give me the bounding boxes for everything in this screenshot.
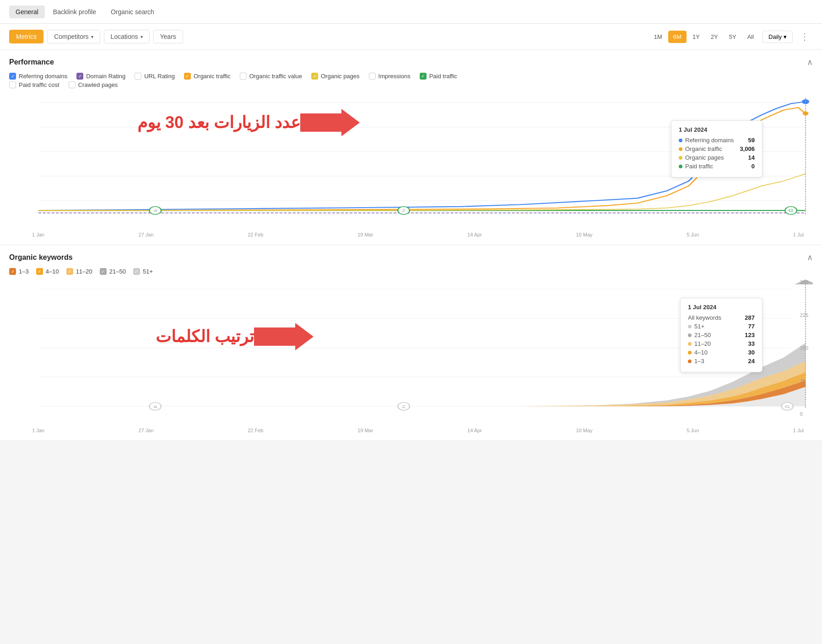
kw-val-51: 77 [748, 323, 755, 330]
tooltip-val-organic-traffic: 3,006 [740, 145, 755, 152]
time-6m[interactable]: 6M [668, 31, 687, 43]
kw-x-axis: 1 Jan 27 Jan 22 Feb 19 Mar 14 Apr 10 May… [9, 426, 813, 433]
organic-keywords-title: Organic keywords [9, 253, 73, 262]
kw-tooltip-1-3: 1–3 24 [688, 358, 755, 365]
svg-text:2: 2 [402, 404, 406, 409]
kw-cb-11-20[interactable]: ✓ 11–20 [66, 268, 92, 275]
chevron-down-icon: ▾ [91, 34, 93, 39]
tab-years[interactable]: Years [153, 30, 183, 43]
organic-keywords-section: Organic keywords ∧ ✓ 1–3 ✓ 4–10 ✓ 11–20 … [0, 245, 822, 441]
tooltip-row-paid-traffic: Paid traffic 0 [679, 163, 755, 170]
performance-x-axis: 1 Jan 27 Jan 22 Feb 19 Mar 14 Apr 10 May… [9, 230, 813, 237]
organic-keywords-chart: a 2 G ترتيب الكلمات 1 Jul 2024 [9, 279, 813, 426]
kw-cb-21-50[interactable]: ✓ 21–50 [100, 268, 126, 275]
time-1m[interactable]: 1M [649, 31, 667, 43]
cb-domain-rating[interactable]: ✓ Domain Rating [76, 73, 125, 80]
more-options-button[interactable]: ⋮ [796, 29, 813, 44]
svg-text:a: a [153, 208, 157, 213]
tooltip-val-paid-traffic: 0 [752, 163, 755, 170]
tab-metrics[interactable]: Metrics [9, 30, 43, 43]
performance-collapse-button[interactable]: ∧ [807, 57, 813, 67]
nav-backlink[interactable]: Backlink profile [47, 5, 103, 18]
performance-chart: a 2 G عدد الزيارات بعد 30 يوم [9, 93, 813, 230]
tab-competitors[interactable]: Competitors ▾ [47, 30, 100, 43]
svg-text:G: G [789, 208, 794, 213]
cb-referring-domains[interactable]: ✓ Referring domains [9, 73, 67, 80]
tooltip-row-referring: Referring domains 59 [679, 137, 755, 144]
kw-cb-4-10[interactable]: ✓ 4–10 [36, 268, 59, 275]
performance-section: Performance ∧ ✓ Referring domains ✓ Doma… [0, 50, 822, 245]
paid-traffic-dot [679, 165, 682, 168]
kw-tooltip-all: All keywords 287 [688, 314, 755, 321]
time-period-group: 1M 6M 1Y 2Y 5Y All [649, 31, 759, 43]
kw-dot-4 [688, 351, 692, 354]
kw-dot-51 [688, 325, 692, 328]
kw-dot-11 [688, 342, 692, 346]
cb-organic-traffic-value[interactable]: Organic traffic value [240, 73, 302, 80]
tab-locations[interactable]: Locations ▾ [104, 30, 150, 43]
organic-traffic-dot [679, 147, 682, 151]
kw-dot-1 [688, 360, 692, 363]
time-2y[interactable]: 2Y [706, 31, 723, 43]
svg-text:2: 2 [402, 208, 406, 213]
performance-checkboxes: ✓ Referring domains ✓ Domain Rating URL … [9, 73, 813, 80]
tooltip-row-organic-pages: Organic pages 14 [679, 154, 755, 161]
referring-dot [679, 139, 682, 142]
performance-checkboxes-row2: Paid traffic cost Crawled pages [9, 81, 813, 88]
tooltip-date: 1 Jul 2024 [679, 126, 755, 133]
tooltip-val-referring: 59 [748, 137, 755, 144]
kw-val-all: 287 [745, 314, 755, 321]
tooltip-row-organic-traffic: Organic traffic 3,006 [679, 145, 755, 152]
kw-y-axis: 300 225 150 75 0 [800, 279, 808, 426]
time-all[interactable]: All [742, 31, 759, 43]
organic-keywords-checkboxes: ✓ 1–3 ✓ 4–10 ✓ 11–20 ✓ 21–50 ✓ 51+ [9, 268, 813, 275]
time-5y[interactable]: 5Y [724, 31, 741, 43]
view-mode-dropdown[interactable]: Daily ▾ [763, 31, 793, 43]
toolbar: Metrics Competitors ▾ Locations ▾ Years … [0, 24, 822, 50]
nav-organic[interactable]: Organic search [104, 5, 161, 18]
kw-cb-1-3[interactable]: ✓ 1–3 [9, 268, 29, 275]
cb-paid-traffic[interactable]: ✓ Paid traffic [420, 73, 457, 80]
kw-val-4: 30 [748, 349, 755, 356]
performance-title: Performance [9, 58, 54, 66]
cb-url-rating[interactable]: URL Rating [135, 73, 175, 80]
performance-tooltip: 1 Jul 2024 Referring domains 59 Organic … [671, 120, 763, 177]
top-nav: General Backlink profile Organic search [0, 0, 822, 24]
kw-val-21: 123 [745, 332, 755, 338]
kw-tooltip-11-20: 11–20 33 [688, 340, 755, 347]
kw-val-1: 24 [748, 358, 755, 365]
kw-tooltip-51plus: 51+ 77 [688, 323, 755, 330]
svg-text:a: a [153, 404, 157, 409]
chevron-down-icon: ▾ [784, 33, 787, 40]
cb-organic-pages[interactable]: ✓ Organic pages [311, 73, 360, 80]
cb-impressions[interactable]: Impressions [369, 73, 411, 80]
cb-crawled-pages[interactable]: Crawled pages [69, 81, 118, 88]
organic-keywords-collapse-button[interactable]: ∧ [807, 252, 813, 263]
kw-tooltip-date: 1 Jul 2024 [688, 304, 755, 311]
cb-paid-traffic-cost[interactable]: Paid traffic cost [9, 81, 59, 88]
svg-text:G: G [785, 404, 790, 409]
tooltip-val-organic-pages: 14 [748, 154, 755, 161]
chevron-down-icon: ▾ [141, 34, 143, 39]
kw-dot-21 [688, 333, 692, 337]
kw-tooltip: 1 Jul 2024 All keywords 287 51+ 77 [680, 298, 763, 372]
kw-cb-51plus[interactable]: ✓ 51+ [133, 268, 153, 275]
cb-organic-traffic[interactable]: ✓ Organic traffic [184, 73, 231, 80]
organic-pages-dot [679, 156, 682, 160]
kw-val-11: 33 [748, 340, 755, 347]
kw-tooltip-21-50: 21–50 123 [688, 332, 755, 338]
nav-general[interactable]: General [9, 5, 45, 18]
time-1y[interactable]: 1Y [687, 31, 705, 43]
kw-tooltip-4-10: 4–10 30 [688, 349, 755, 356]
